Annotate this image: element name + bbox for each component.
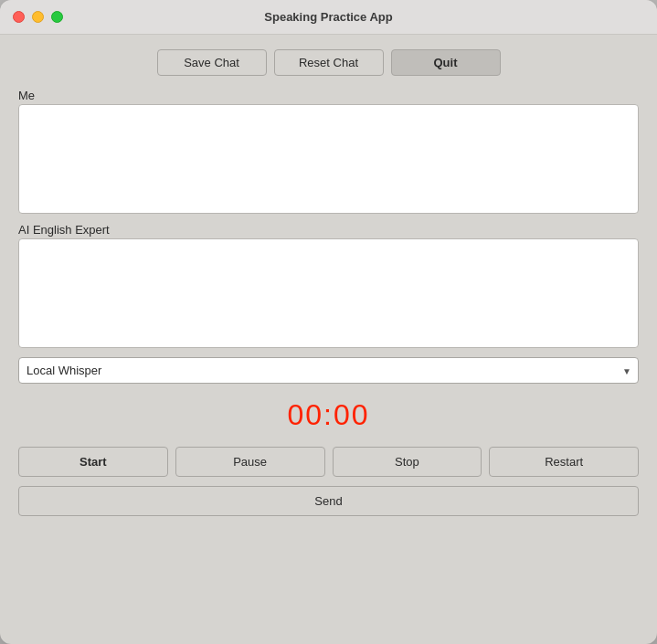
me-section: Me: [18, 89, 639, 214]
quit-button[interactable]: Quit: [391, 49, 501, 76]
send-button[interactable]: Send: [18, 486, 639, 516]
reset-chat-button[interactable]: Reset Chat: [274, 49, 384, 76]
main-content: Save Chat Reset Chat Quit Me AI English …: [0, 35, 657, 644]
restart-button[interactable]: Restart: [489, 447, 639, 477]
ai-textarea[interactable]: [18, 238, 639, 348]
controls-row: Start Pause Stop Restart: [18, 447, 639, 477]
start-button[interactable]: Start: [18, 447, 168, 477]
pause-button[interactable]: Pause: [175, 447, 325, 477]
window-title: Speaking Practice App: [264, 10, 392, 24]
model-select[interactable]: Local Whisper OpenAI Whisper Google Spee…: [18, 357, 639, 384]
me-label: Me: [18, 89, 639, 102]
ai-section: AI English Expert: [18, 223, 639, 348]
timer-display: 00:00: [18, 393, 639, 438]
ai-label: AI English Expert: [18, 223, 639, 237]
select-wrapper: Local Whisper OpenAI Whisper Google Spee…: [18, 357, 639, 384]
traffic-lights: [13, 11, 63, 23]
minimize-button[interactable]: [32, 11, 44, 23]
model-selector-row: Local Whisper OpenAI Whisper Google Spee…: [18, 357, 639, 384]
close-button[interactable]: [13, 11, 25, 23]
send-row: Send: [18, 486, 639, 516]
save-chat-button[interactable]: Save Chat: [157, 49, 267, 76]
me-textarea[interactable]: [18, 104, 639, 214]
stop-button[interactable]: Stop: [333, 447, 482, 477]
maximize-button[interactable]: [51, 11, 63, 23]
toolbar: Save Chat Reset Chat Quit: [18, 49, 639, 76]
title-bar: Speaking Practice App: [0, 0, 657, 35]
app-window: Speaking Practice App Save Chat Reset Ch…: [0, 0, 657, 644]
